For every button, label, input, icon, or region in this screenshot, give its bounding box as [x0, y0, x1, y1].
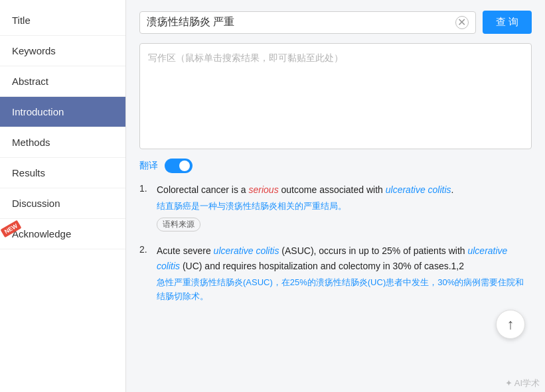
translate-row: 翻译	[139, 159, 532, 173]
sidebar-item-label: Methods	[12, 137, 50, 148]
result-number: 1.	[139, 182, 151, 194]
sidebar-item-abstract[interactable]: Abstract	[0, 66, 125, 97]
sidebar-item-label: Discussion	[12, 198, 60, 209]
scroll-top-icon: ↑	[507, 316, 514, 333]
result-body: Acute severe ulcerative colitis (ASUC), …	[157, 243, 532, 307]
result-zh: 结直肠癌是一种与溃疡性结肠炎相关的严重结局。	[157, 200, 532, 214]
italic-red-text: serious	[249, 184, 279, 195]
result-en: Acute severe ulcerative colitis (ASUC), …	[157, 243, 532, 273]
sidebar: TitleKeywordsAbstractIntroductionMethods…	[0, 0, 126, 392]
sidebar-item-label: Keywords	[12, 45, 56, 56]
result-zh: 急性严重溃疡性结肠炎(ASUC)，在25%的溃疡性结肠炎(UC)患者中发生，30…	[157, 276, 532, 304]
sidebar-item-methods[interactable]: Methods	[0, 127, 125, 158]
italic-blue-text: ulcerative colitis	[214, 245, 279, 256]
sidebar-item-label: Results	[12, 167, 45, 178]
search-clear-button[interactable]: ✕	[455, 16, 469, 29]
translate-toggle[interactable]	[165, 159, 193, 173]
italic-blue-text: ulcerative colitis	[157, 245, 507, 271]
sidebar-item-results[interactable]: Results	[0, 158, 125, 188]
sidebar-item-keywords[interactable]: Keywords	[0, 36, 125, 66]
translate-label: 翻译	[139, 160, 158, 172]
sidebar-item-label: Introduction	[12, 106, 64, 117]
results-list: 1.Colorectal cancer is a serious outcome…	[139, 182, 532, 308]
italic-blue-text: ulcerative colitis	[386, 184, 451, 195]
source-tag[interactable]: 语料来源	[157, 218, 200, 231]
search-bar: ✕ 查 询	[139, 11, 532, 34]
toggle-thumb	[179, 161, 190, 171]
sidebar-item-label: Abstract	[12, 76, 48, 87]
result-en: Colorectal cancer is a serious outcome a…	[157, 182, 532, 197]
sidebar-item-title[interactable]: Title	[0, 5, 125, 36]
search-button[interactable]: 查 询	[483, 11, 532, 34]
sidebar-item-acknowledge[interactable]: NEWAcknowledge	[0, 219, 125, 249]
sidebar-item-discussion[interactable]: Discussion	[0, 188, 125, 219]
sidebar-item-label: Title	[12, 15, 31, 26]
writing-placeholder: 写作区（鼠标单击搜索结果，即可黏贴至此处）	[148, 52, 343, 63]
result-body: Colorectal cancer is a serious outcome a…	[157, 182, 532, 231]
result-item[interactable]: 2.Acute severe ulcerative colitis (ASUC)…	[139, 243, 532, 307]
sidebar-item-introduction[interactable]: Introduction	[0, 97, 125, 127]
result-item[interactable]: 1.Colorectal cancer is a serious outcome…	[139, 182, 532, 231]
result-number: 2.	[139, 243, 151, 255]
search-input-wrapper: ✕	[139, 11, 476, 34]
writing-area[interactable]: 写作区（鼠标单击搜索结果，即可黏贴至此处）	[139, 43, 532, 149]
search-input[interactable]	[147, 17, 455, 29]
sidebar-item-label: Acknowledge	[12, 228, 71, 239]
main-content: ✕ 查 询 写作区（鼠标单击搜索结果，即可黏贴至此处） 翻译 1.Colorec…	[126, 0, 545, 392]
scroll-top-button[interactable]: ↑	[496, 310, 525, 339]
